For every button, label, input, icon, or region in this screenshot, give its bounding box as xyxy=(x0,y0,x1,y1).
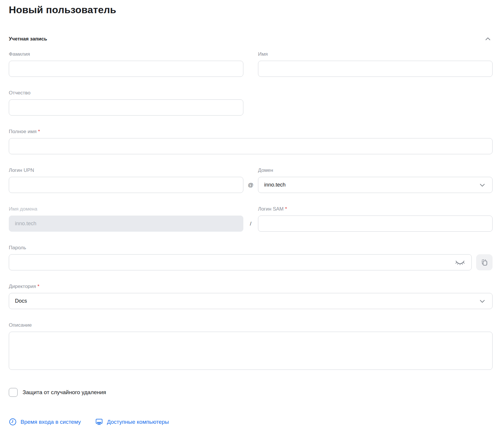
page-title: Новый пользователь xyxy=(9,4,493,16)
protection-checkbox[interactable] xyxy=(9,388,18,397)
monitor-icon xyxy=(95,418,103,426)
domain-field: Домен inno.tech xyxy=(258,167,493,193)
sam-login-label: Логин SAM* xyxy=(258,206,493,212)
middle-name-label: Отчество xyxy=(9,90,243,96)
full-name-row: Полное имя* xyxy=(9,129,493,154)
required-marker: * xyxy=(38,284,40,289)
full-name-label: Полное имя* xyxy=(9,129,493,135)
account-section-header: Учетная запись xyxy=(9,34,493,44)
row-gap xyxy=(243,61,258,77)
description-label: Описание xyxy=(9,322,493,328)
name-row: Фамилия Имя xyxy=(9,51,493,77)
full-name-field: Полное имя* xyxy=(9,129,493,154)
full-name-input[interactable] xyxy=(9,138,493,154)
first-name-field: Имя xyxy=(258,51,493,77)
available-computers-link[interactable]: Доступные компьютеры xyxy=(95,418,169,426)
middle-name-row: Отчество xyxy=(9,90,493,116)
domain-name-input xyxy=(9,216,243,232)
directory-label: Директория* xyxy=(9,284,493,289)
domain-name-field: Имя домена xyxy=(9,206,243,232)
upn-login-input[interactable] xyxy=(9,177,243,193)
last-name-field: Фамилия xyxy=(9,51,243,77)
sam-login-input[interactable] xyxy=(258,216,493,232)
at-separator: @ xyxy=(243,177,258,193)
upn-domain-row: Логин UPN @ Домен inno.tech xyxy=(9,167,493,193)
description-textarea[interactable] xyxy=(9,332,493,370)
domain-name-label: Имя домена xyxy=(9,206,243,212)
password-input[interactable] xyxy=(9,254,472,270)
new-user-page: Новый пользователь Учетная запись Фамили… xyxy=(0,0,504,426)
protection-checkbox-label: Защита от случайного удаления xyxy=(23,389,106,396)
protection-checkbox-row: Защита от случайного удаления xyxy=(9,388,493,397)
account-section-title: Учетная запись xyxy=(9,36,47,42)
first-name-label: Имя xyxy=(258,51,493,57)
chevron-down-icon xyxy=(479,182,486,189)
sam-login-field: Логин SAM* xyxy=(258,206,493,232)
domain-name-sam-row: Имя домена / Логин SAM* xyxy=(9,206,493,232)
password-label: Пароль xyxy=(9,245,493,251)
required-marker: * xyxy=(38,129,40,134)
directory-select-value: Docs xyxy=(15,298,27,304)
copy-password-button[interactable] xyxy=(476,254,493,270)
eye-closed-icon xyxy=(455,259,465,266)
description-row: Описание xyxy=(9,322,493,371)
middle-name-input[interactable] xyxy=(9,99,243,116)
slash-separator: / xyxy=(243,216,258,232)
last-name-input[interactable] xyxy=(9,61,243,77)
last-name-label: Фамилия xyxy=(9,51,243,57)
directory-row: Директория* Docs xyxy=(9,284,493,309)
footer-links: Время входа в систему Доступные компьюте… xyxy=(9,418,493,426)
clock-icon xyxy=(9,418,17,426)
chevron-down-icon xyxy=(479,298,486,305)
logon-time-link[interactable]: Время входа в систему xyxy=(9,418,81,426)
upn-login-label: Логин UPN xyxy=(9,167,243,173)
toggle-password-visibility-button[interactable] xyxy=(454,258,466,267)
middle-name-field: Отчество xyxy=(9,90,243,116)
domain-select-value: inno.tech xyxy=(264,182,286,188)
password-row: Пароль xyxy=(9,245,493,270)
copy-icon xyxy=(481,259,488,266)
domain-label: Домен xyxy=(258,167,493,173)
chevron-up-icon xyxy=(484,35,491,43)
first-name-input[interactable] xyxy=(258,61,493,77)
directory-select[interactable]: Docs xyxy=(9,293,493,309)
upn-login-field: Логин UPN xyxy=(9,167,243,193)
domain-select[interactable]: inno.tech xyxy=(258,177,493,193)
required-marker: * xyxy=(285,206,287,212)
section-collapse-button[interactable] xyxy=(483,34,493,44)
